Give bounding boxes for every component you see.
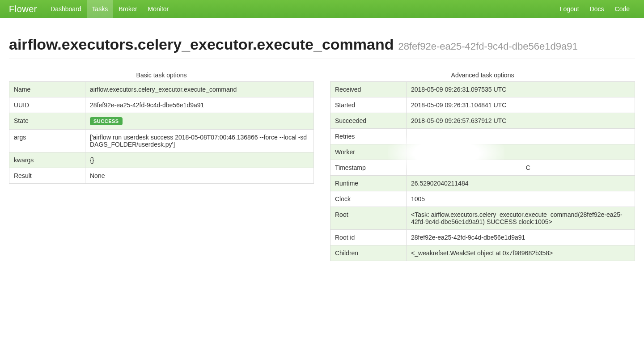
table-row: args['airflow run userdesk success 2018-…: [9, 130, 314, 152]
advanced-value: 1005: [407, 191, 635, 207]
advanced-value: [407, 129, 635, 144]
advanced-value: [407, 144, 635, 160]
advanced-key: Runtime: [330, 176, 407, 191]
basic-value: airflow.executors.celery_executor.execut…: [85, 82, 314, 97]
advanced-key: Clock: [330, 191, 407, 207]
advanced-key: Retries: [330, 129, 407, 144]
advanced-key: Received: [330, 82, 407, 97]
table-row: Worker: [330, 144, 635, 160]
brand[interactable]: Flower: [9, 4, 37, 14]
advanced-value: 28fef92e-ea25-42fd-9c4d-dbe56e1d9a91: [407, 230, 635, 245]
basic-value: {}: [85, 152, 314, 168]
nav-item-docs[interactable]: Docs: [585, 0, 610, 18]
table-row: Children<_weakrefset.WeakSet object at 0…: [330, 245, 635, 261]
table-row: Started2018-05-09 09:26:31.104841 UTC: [330, 97, 635, 113]
basic-table: Nameairflow.executors.celery_executor.ex…: [9, 81, 314, 184]
advanced-key: Timestamp: [330, 160, 407, 176]
status-badge: SUCCESS: [90, 117, 123, 125]
table-row: Timestamp C: [330, 160, 635, 176]
advanced-col: Advanced task options Received2018-05-09…: [330, 68, 635, 261]
page-title: airflow.executors.celery_executor.execut…: [9, 36, 394, 53]
basic-value: SUCCESS: [85, 113, 314, 130]
basic-value: ['airflow run userdesk success 2018-05-0…: [85, 130, 314, 152]
advanced-value: 2018-05-09 09:26:31.104841 UTC: [407, 97, 635, 113]
page-header: airflow.executors.celery_executor.execut…: [9, 36, 635, 59]
table-row: StateSUCCESS: [9, 113, 314, 130]
nav-item-logout[interactable]: Logout: [555, 0, 585, 18]
nav-right: LogoutDocsCode: [555, 0, 635, 18]
table-row: Runtime26.52902040211484: [330, 176, 635, 191]
basic-key: UUID: [9, 97, 85, 113]
nav-item-code[interactable]: Code: [610, 0, 635, 18]
table-row: Clock1005: [330, 191, 635, 207]
table-row: ResultNone: [9, 168, 314, 184]
basic-key: kwargs: [9, 152, 85, 168]
table-row: Nameairflow.executors.celery_executor.ex…: [9, 82, 314, 97]
nav-item-tasks[interactable]: Tasks: [87, 0, 114, 18]
table-row: Root<Task: airflow.executors.celery_exec…: [330, 207, 635, 230]
basic-key: Name: [9, 82, 85, 97]
advanced-value: 26.52902040211484: [407, 176, 635, 191]
table-row: Received2018-05-09 09:26:31.097535 UTC: [330, 82, 635, 97]
advanced-caption: Advanced task options: [330, 68, 635, 81]
advanced-key: Children: [330, 245, 407, 261]
table-row: kwargs{}: [9, 152, 314, 168]
page-subtitle: 28fef92e-ea25-42fd-9c4d-dbe56e1d9a91: [398, 41, 577, 52]
advanced-key: Worker: [330, 144, 407, 160]
advanced-key: Root id: [330, 230, 407, 245]
table-row: Retries: [330, 129, 635, 144]
table-row: Root id28fef92e-ea25-42fd-9c4d-dbe56e1d9…: [330, 230, 635, 245]
table-row: Succeeded2018-05-09 09:26:57.637912 UTC: [330, 113, 635, 129]
nav-item-broker[interactable]: Broker: [113, 0, 142, 18]
table-row: UUID28fef92e-ea25-42fd-9c4d-dbe56e1d9a91: [9, 97, 314, 113]
nav-item-dashboard[interactable]: Dashboard: [45, 0, 87, 18]
advanced-value: 2018-05-09 09:26:31.097535 UTC: [407, 82, 635, 97]
navbar: Flower DashboardTasksBrokerMonitor Logou…: [0, 0, 644, 18]
basic-value: None: [85, 168, 314, 184]
advanced-key: Root: [330, 207, 407, 230]
basic-col: Basic task options Nameairflow.executors…: [9, 68, 314, 261]
advanced-key: Succeeded: [330, 113, 407, 129]
basic-caption: Basic task options: [9, 68, 314, 81]
advanced-value: <Task: airflow.executors.celery_executor…: [407, 207, 635, 230]
advanced-table: Received2018-05-09 09:26:31.097535 UTCSt…: [330, 81, 635, 261]
basic-key: State: [9, 113, 85, 130]
nav-left: DashboardTasksBrokerMonitor: [45, 0, 174, 18]
basic-key: Result: [9, 168, 85, 184]
advanced-value: C: [407, 160, 635, 176]
nav-item-monitor[interactable]: Monitor: [143, 0, 174, 18]
basic-key: args: [9, 130, 85, 152]
advanced-key: Started: [330, 97, 407, 113]
basic-value: 28fef92e-ea25-42fd-9c4d-dbe56e1d9a91: [85, 97, 314, 113]
advanced-value: 2018-05-09 09:26:57.637912 UTC: [407, 113, 635, 129]
advanced-value: <_weakrefset.WeakSet object at 0x7f98968…: [407, 245, 635, 261]
